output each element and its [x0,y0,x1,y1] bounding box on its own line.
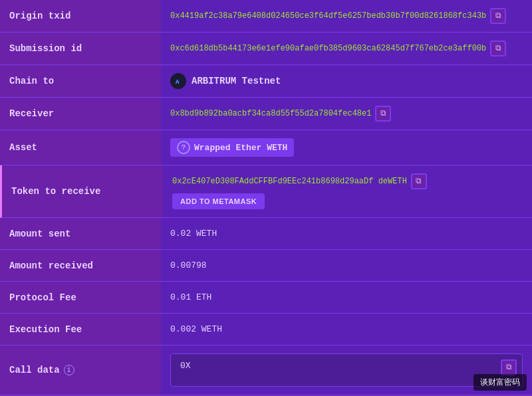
wechat-badge: 谈财富密码 [473,374,527,391]
svg-text:A: A [176,79,180,86]
asset-row-value: ?Wrapped Ether WETH [161,130,532,165]
txid-row-hash[interactable]: 0x4419af2c38a79e6408d024650ce3f64df5e625… [170,11,486,21]
submission-row: Submission id0xc6d618db5b44173e6e1efe90a… [0,33,532,65]
execution-fee-row-text: 0.002 WETH [170,324,222,334]
call-data-value: 0X [180,361,191,371]
call-data-copy-button[interactable]: ⧉ [501,359,517,375]
receiver-row-hash[interactable]: 0x8bd9b892ba0acbf34ca8d55f55d2a7804fec48… [170,109,371,118]
submission-row-label: Submission id [0,33,161,64]
receiver-row-copy-button[interactable]: ⧉ [375,106,391,122]
token-copy-button[interactable]: ⧉ [411,173,427,189]
add-to-metamask-button[interactable]: ADD TO METAMASK [172,193,265,209]
chain-row-label: Chain to [0,65,161,97]
transaction-table: Origin txid0x4419af2c38a79e6408d024650ce… [0,0,532,395]
txid-row-copy-button[interactable]: ⧉ [490,8,506,24]
submission-row-copy-button[interactable]: ⧉ [490,41,506,56]
call-data-info-icon[interactable]: i [64,365,74,375]
amount-received-row-label: Amount received [0,250,161,281]
txid-row-value: 0x4419af2c38a79e6408d024650ce3f64df5e625… [161,0,532,32]
amount-sent-row-text: 0.02 WETH [170,229,217,239]
chain-row: Chain toAARBITRUM Testnet [0,65,532,98]
receiver-row-label: Receiver [0,98,161,130]
chain-badge: AARBITRUM Testnet [170,73,281,89]
asset-badge: ?Wrapped Ether WETH [170,138,294,157]
amount-received-row-value: 0.00798 [161,250,532,281]
asset-row-label: Asset [0,130,161,165]
arbitrum-icon: A [170,73,186,89]
token-address[interactable]: 0x2cE407eD308FAddCFFBFd9EEc241b8698d29aa… [172,177,407,186]
protocol-fee-row-value: 0.01 ETH [161,282,532,313]
amount-received-row: Amount received0.00798 [0,250,532,282]
token-row-label: Token to receive [2,165,163,217]
amount-received-row-text: 0.00798 [170,260,207,270]
txid-row-label: Origin txid [0,0,161,32]
chain-name: ARBITRUM Testnet [192,76,281,86]
receiver-row: Receiver0x8bd9b892ba0acbf34ca8d55f55d2a7… [0,98,532,130]
submission-row-value: 0xc6d618db5b44173e6e1efe90afae0fb385d960… [161,33,532,64]
amount-sent-row: Amount sent0.02 WETH [0,218,532,250]
amount-sent-row-value: 0.02 WETH [161,218,532,249]
call-data-row: Call datai0X⧉ [0,346,532,395]
asset-row: Asset?Wrapped Ether WETH [0,130,532,165]
call-data-box: 0X⧉ [170,353,523,387]
asset-help-icon: ? [177,141,190,154]
asset-name: Wrapped Ether WETH [194,143,287,153]
amount-sent-row-label: Amount sent [0,218,161,249]
protocol-fee-row: Protocol Fee0.01 ETH [0,282,532,314]
protocol-fee-row-label: Protocol Fee [0,282,161,313]
call-data-row-label: Call datai [0,346,161,395]
txid-row: Origin txid0x4419af2c38a79e6408d024650ce… [0,0,532,33]
execution-fee-row-value: 0.002 WETH [161,314,532,345]
receiver-row-value: 0x8bd9b892ba0acbf34ca8d55f55d2a7804fec48… [161,98,532,130]
execution-fee-row-label: Execution Fee [0,314,161,345]
token-row-value: 0x2cE407eD308FAddCFFBFd9EEc241b8698d29aa… [163,165,532,217]
chain-row-value: AARBITRUM Testnet [161,65,532,97]
execution-fee-row: Execution Fee0.002 WETH [0,314,532,346]
protocol-fee-row-text: 0.01 ETH [170,292,211,302]
token-row: Token to receive0x2cE407eD308FAddCFFBFd9… [0,165,532,218]
submission-row-hash[interactable]: 0xc6d618db5b44173e6e1efe90afae0fb385d960… [170,44,486,53]
